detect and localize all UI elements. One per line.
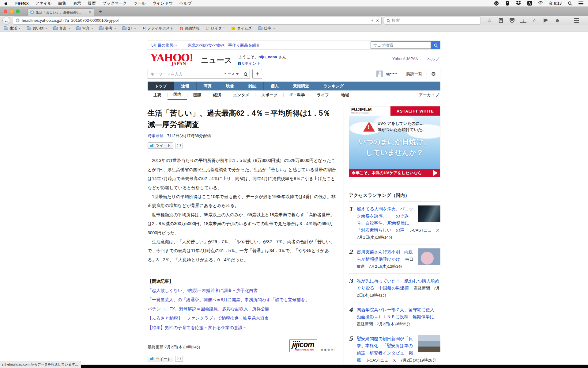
nav-tab-photo[interactable]: 写真 [197, 82, 219, 90]
extension-icon[interactable] [554, 17, 560, 24]
menu-view[interactable]: 表示 [73, 1, 81, 6]
nav-tab-magazine[interactable]: 雑誌 [241, 82, 264, 90]
subnav-life[interactable]: ライフ [311, 90, 335, 100]
ranking-thumbnail[interactable] [418, 248, 440, 265]
subnav-world[interactable]: 国際 [187, 90, 207, 100]
close-window-button[interactable] [4, 10, 7, 13]
promo-link-1[interactable]: 5年目の復興へ [151, 43, 178, 48]
yahoo-japan-link[interactable]: Yahoo! JAPAN [392, 56, 418, 62]
ranking-link[interactable]: 燃えてる人間を消火、パニック乗客を誘導… 「のぞみ号」自殺事件、JR乗務員に「対… [357, 206, 413, 232]
url-dropdown-icon[interactable] [371, 20, 374, 21]
nav-tab-survey[interactable]: 意識調査 [286, 82, 316, 90]
bookmark-folder-music[interactable]: 音楽 [53, 26, 70, 31]
keyword-input[interactable] [150, 72, 217, 76]
menu-bookmarks[interactable]: ブックマーク [103, 1, 127, 6]
web-search-input[interactable] [371, 41, 431, 49]
tab-close-icon[interactable]: ✕ [89, 10, 92, 14]
source-link[interactable]: 時事通信 [148, 133, 164, 138]
keyword-search-box[interactable]: ニュース [148, 69, 250, 79]
nav-tab-personal[interactable]: 個人 [264, 82, 286, 90]
browser-search-input[interactable] [392, 18, 478, 23]
settings-button[interactable] [427, 69, 440, 79]
bookmark-folder-27[interactable]: 27 [122, 26, 136, 31]
creative-cloud-icon[interactable] [494, 1, 499, 6]
bookmark-reuters[interactable]: ロイター [206, 26, 226, 31]
bookmark-folder-shopping[interactable]: 買い物 [27, 26, 47, 31]
minimize-window-button[interactable] [10, 10, 13, 13]
related-link[interactable]: パチンコ、FX、野球解説＝国会議員、多彩な副収入－所得公開 [148, 304, 337, 313]
yahoo-logo[interactable]: YAHOO! JAPAN [151, 53, 200, 66]
spotlight-icon[interactable] [567, 1, 573, 6]
related-link[interactable]: 【特集】男性の子育てを応援～変わる企業の意識～ [148, 323, 337, 332]
tweet-button[interactable]: ツイート [148, 142, 173, 149]
search-scope-dropdown[interactable]: ニュース [220, 71, 239, 77]
news-search-button[interactable] [244, 72, 247, 76]
url-input[interactable] [22, 18, 369, 23]
menu-history[interactable]: 履歴 [88, 1, 96, 6]
bookmark-star-icon[interactable] [486, 17, 492, 24]
ad-cta[interactable]: 今年こそ、本気のUVケアをしたいなら [349, 169, 440, 177]
reading-list-icon[interactable] [498, 17, 504, 24]
bookmark-times[interactable]: タイムズ [232, 26, 252, 31]
downloads-icon[interactable] [520, 18, 526, 23]
remote-icon[interactable] [505, 1, 510, 6]
search-icon[interactable] [387, 19, 390, 22]
subnav-economy[interactable]: 経済 [207, 90, 227, 100]
zoom-window-button[interactable] [16, 10, 20, 13]
tweet-button[interactable]: ツイート [148, 356, 173, 362]
url-bar[interactable]: × [13, 17, 382, 25]
subnav-main[interactable]: 主要 [148, 90, 167, 100]
nav-tab-flash[interactable]: 速報 [174, 82, 197, 90]
menu-icon[interactable] [574, 17, 580, 24]
related-link[interactable]: 「一発屋芸人」の「総選挙」開催へ＝8月に開票、事務所問わず「誰でも立候補を」 [148, 295, 337, 304]
input-source-icon[interactable]: A [527, 1, 532, 6]
stop-icon[interactable]: × [376, 18, 379, 23]
back-button[interactable] [2, 17, 10, 25]
ranking-thumbnail[interactable] [418, 205, 440, 222]
pocket-icon[interactable] [509, 17, 515, 24]
nav-tab-ranking[interactable]: ランキング [316, 82, 351, 90]
site-identity-icon[interactable] [16, 18, 20, 22]
help-link[interactable]: ヘルプ [427, 56, 439, 62]
apple-icon[interactable] [4, 1, 9, 6]
bookmark-folder-photo[interactable]: 写真 [76, 26, 93, 31]
new-tab-button[interactable]: + [97, 9, 104, 14]
fujifilm-ad[interactable]: FUJIFILM Value from Innovation ASTALIFT … [349, 106, 440, 177]
menu-tools[interactable]: ツール [134, 1, 146, 6]
share-icon[interactable] [543, 17, 549, 24]
bookmark-filepost[interactable]: ファイルポスト [142, 26, 174, 31]
nav-tab-top[interactable]: トップ [148, 82, 174, 90]
menu-help[interactable]: ヘルプ [179, 1, 192, 6]
notification-center-icon[interactable] [578, 1, 584, 6]
subnav-domestic[interactable]: 国内 [168, 90, 187, 100]
bookmark-folder-life[interactable]: 生活 [4, 26, 21, 31]
subnav-local[interactable]: 地域 [335, 90, 355, 100]
subnav-it-science[interactable]: IT・科学 [284, 90, 311, 100]
subscription-list-button[interactable]: 購読一覧 [402, 69, 427, 79]
related-link[interactable]: 【ふるさと納税】「ファンクラブ」で納税推進＝岐阜県大垣市 [148, 313, 337, 323]
account-menu[interactable]: nij***** [372, 69, 402, 79]
menubar-app-name[interactable]: Firefox [15, 1, 28, 6]
nav-tab-video[interactable]: 映像 [219, 82, 241, 90]
subnav-sports[interactable]: スポーツ [255, 90, 283, 100]
menu-window[interactable]: ウインドウ [153, 1, 173, 6]
bookmark-folder-work[interactable]: 仕事 [258, 26, 275, 31]
home-icon[interactable] [532, 17, 538, 24]
jijicom-logo[interactable]: jijicom http://www.jiji.com [289, 339, 317, 352]
browser-search-bar[interactable] [384, 17, 481, 25]
wifi-icon[interactable] [538, 1, 543, 6]
related-link[interactable]: 「恋人欲しくない」4割弱＝未婚若者に調査－少子化白書 [148, 286, 337, 295]
promo-link-2[interactable]: 東北の旬の食べ物や、手作り商品を紹介 [188, 43, 260, 48]
bookmark-folder-reference[interactable]: 参考 [99, 26, 116, 31]
dropbox-icon[interactable] [516, 1, 521, 6]
username-link[interactable]: niju_nana [258, 55, 277, 59]
menubar-clock[interactable]: 金 8:13 [549, 1, 562, 6]
points-link[interactable]: 0ポイント [242, 61, 261, 66]
bookmark-transit[interactable]: 路線情報 [180, 26, 200, 31]
ranking-thumbnail[interactable] [418, 335, 440, 352]
web-search-button[interactable] [431, 41, 440, 49]
archive-link[interactable]: アーカイブ [419, 92, 440, 98]
ranking-link[interactable]: 関西学院高バレー部７人、留守宅に侵入 動画撮影→ＬＩＮＥに投稿 無期停学に [357, 307, 439, 319]
jiji-press-logo[interactable]: 時事通信社 [321, 347, 337, 352]
menu-edit[interactable]: 編集 [58, 1, 66, 6]
